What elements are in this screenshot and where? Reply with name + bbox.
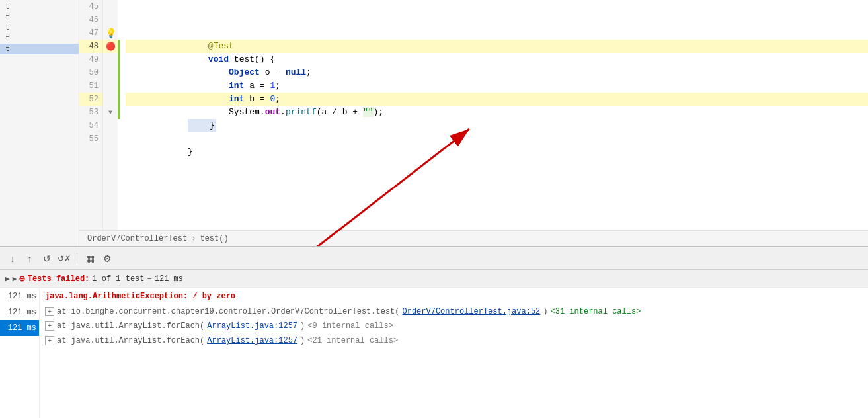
- download-button[interactable]: ↓: [5, 251, 20, 266]
- stack-suffix-1: ): [543, 307, 547, 316]
- annotation-test: @Test: [188, 41, 234, 51]
- settings-button[interactable]: ⚙: [100, 251, 114, 266]
- stack-link-2[interactable]: ArrayList.java:1257: [207, 321, 297, 331]
- keyword-int-a: int: [229, 81, 244, 91]
- stack-trace-row-3: + at java.util.ArrayList.forEach(ArrayLi…: [45, 333, 863, 348]
- coverage-button[interactable]: ▦: [83, 251, 97, 266]
- test-results-panel: ↓ ↑ ↺ ↺✗ ▦ ⚙ ▶ ▶ ⊖ Tests failed: 1 of 1 …: [0, 246, 868, 418]
- breadcrumb-method[interactable]: test(): [200, 234, 228, 243]
- string-empty: "": [363, 107, 374, 117]
- fold-marker[interactable]: ▼: [108, 109, 112, 116]
- stack-prefix-3: at java.util.ArrayList.forEach(: [57, 336, 204, 345]
- exception-line: java.lang.ArithmeticException: / by zero: [45, 288, 863, 304]
- time-row-1: 121 ms: [0, 288, 39, 304]
- code-content: @Test void test() { Object o = null; int…: [120, 0, 868, 230]
- method-printf: printf: [286, 107, 317, 117]
- sidebar: t t t t t: [0, 0, 79, 246]
- time-column: 121 ms 121 ms 121 ms: [0, 288, 40, 418]
- stack-link-3[interactable]: ArrayList.java:1257: [207, 336, 297, 345]
- test-toolbar: ↓ ↑ ↺ ↺✗ ▦ ⚙: [0, 247, 868, 270]
- line-numbers: 45 46 47 48 49 50 51 52 53 54 55: [79, 0, 103, 230]
- stack-prefix-1: at io.binghe.concurrent.chapter19.contro…: [57, 307, 399, 316]
- internal-calls-2: <9 internal calls>: [307, 321, 393, 331]
- internal-calls-1: <31 internal calls>: [551, 307, 641, 316]
- stack-suffix-3: ): [300, 336, 305, 345]
- breadcrumb-separator: ›: [191, 234, 196, 243]
- sidebar-item[interactable]: t: [0, 33, 79, 44]
- test-duration: 121 ms: [155, 274, 183, 284]
- fail-circle-icon: ⊖: [19, 273, 24, 284]
- keyword-object: Object: [229, 67, 260, 77]
- stack-prefix-2: at java.util.ArrayList.forEach(: [57, 321, 204, 331]
- expand-box-2[interactable]: +: [45, 321, 54, 331]
- expand-box-1[interactable]: +: [45, 307, 54, 316]
- method-name: test: [234, 54, 255, 64]
- stack-trace-row-2: + at java.util.ArrayList.forEach(ArrayLi…: [45, 319, 863, 333]
- exception-text: java.lang.ArithmeticException: / by zero: [45, 292, 235, 301]
- lightbulb-icon[interactable]: 💡: [105, 28, 116, 39]
- upload-button[interactable]: ↑: [22, 251, 37, 266]
- tests-failed-label: Tests failed:: [28, 274, 90, 284]
- dash: –: [147, 274, 152, 284]
- gutter-icons: 💡 🔴 ▼: [103, 0, 118, 230]
- keyword-null: null: [286, 67, 306, 77]
- output-content: java.lang.ArithmeticException: / by zero…: [40, 288, 868, 418]
- expand-icon[interactable]: ▶: [5, 274, 10, 283]
- stack-link-1[interactable]: OrderV7ControllerTest.java:52: [402, 307, 540, 316]
- keyword-int-b: int: [229, 94, 244, 104]
- expand-box-3[interactable]: +: [45, 336, 54, 345]
- rerun-failed-button[interactable]: ↺✗: [57, 251, 71, 266]
- sidebar-item[interactable]: t: [0, 22, 79, 33]
- breakpoint-icon[interactable]: 🔴: [106, 42, 116, 52]
- time-row-selected[interactable]: 121 ms: [0, 320, 39, 336]
- breadcrumb: OrderV7ControllerTest › test(): [79, 230, 868, 246]
- internal-calls-3: <21 internal calls>: [307, 336, 398, 345]
- time-row-2: 121 ms: [0, 304, 39, 320]
- keyword-void: void: [188, 54, 234, 64]
- breadcrumb-class[interactable]: OrderV7ControllerTest: [87, 234, 187, 243]
- expand-icon-2[interactable]: ▶: [13, 274, 17, 283]
- tests-count: 1 of 1 test: [92, 274, 144, 284]
- sidebar-item[interactable]: t: [0, 12, 79, 22]
- rerun-button[interactable]: ↺: [40, 251, 54, 266]
- sidebar-item-selected[interactable]: t: [0, 44, 79, 54]
- sidebar-item[interactable]: t: [0, 0, 79, 12]
- test-status-bar: ▶ ▶ ⊖ Tests failed: 1 of 1 test – 121 ms: [0, 270, 868, 288]
- stack-suffix-2: ): [300, 321, 305, 331]
- stack-trace-row-1: + at io.binghe.concurrent.chapter19.cont…: [45, 304, 863, 319]
- keyword-out: out: [265, 107, 280, 117]
